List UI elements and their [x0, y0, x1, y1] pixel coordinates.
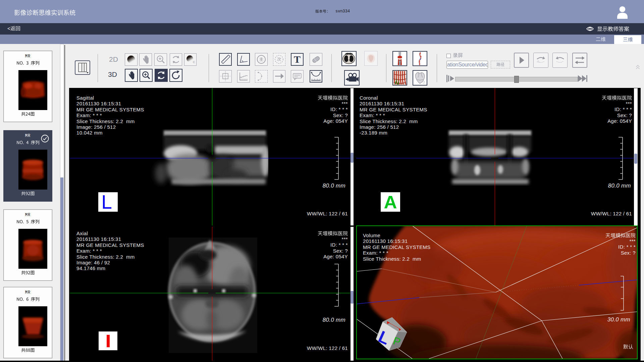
svg-text:D: D	[423, 81, 425, 84]
svg-text:C: C	[193, 60, 195, 64]
